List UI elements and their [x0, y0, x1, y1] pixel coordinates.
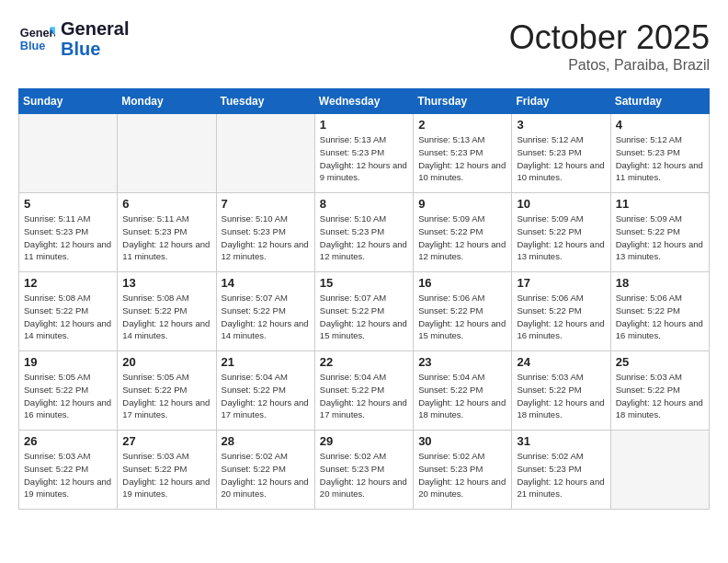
calendar-cell: 15Sunrise: 5:07 AM Sunset: 5:22 PM Dayli…	[314, 272, 413, 351]
day-number: 3	[517, 118, 605, 132]
calendar-cell: 27Sunrise: 5:03 AM Sunset: 5:22 PM Dayli…	[118, 431, 216, 510]
day-number: 20	[122, 355, 210, 369]
day-number: 26	[24, 434, 112, 448]
calendar-cell: 4Sunrise: 5:12 AM Sunset: 5:23 PM Daylig…	[610, 114, 709, 193]
day-info: Sunrise: 5:05 AM Sunset: 5:22 PM Dayligh…	[122, 371, 210, 421]
calendar-cell: 18Sunrise: 5:06 AM Sunset: 5:22 PM Dayli…	[610, 272, 709, 351]
calendar-cell: 31Sunrise: 5:02 AM Sunset: 5:23 PM Dayli…	[512, 431, 610, 510]
day-number: 31	[517, 434, 605, 448]
day-info: Sunrise: 5:08 AM Sunset: 5:22 PM Dayligh…	[24, 292, 112, 342]
weekday-header-row: Sunday Monday Tuesday Wednesday Thursday…	[19, 89, 710, 114]
day-info: Sunrise: 5:05 AM Sunset: 5:22 PM Dayligh…	[24, 371, 112, 421]
day-number: 25	[616, 355, 704, 369]
day-info: Sunrise: 5:08 AM Sunset: 5:22 PM Dayligh…	[122, 292, 210, 342]
day-info: Sunrise: 5:09 AM Sunset: 5:22 PM Dayligh…	[418, 213, 506, 263]
day-info: Sunrise: 5:04 AM Sunset: 5:22 PM Dayligh…	[320, 371, 408, 421]
calendar-cell: 16Sunrise: 5:06 AM Sunset: 5:22 PM Dayli…	[414, 272, 512, 351]
day-info: Sunrise: 5:10 AM Sunset: 5:23 PM Dayligh…	[222, 213, 310, 263]
svg-text:Blue: Blue	[20, 39, 46, 52]
calendar-cell: 24Sunrise: 5:03 AM Sunset: 5:22 PM Dayli…	[512, 351, 610, 431]
day-number: 1	[320, 118, 408, 132]
day-number: 8	[320, 197, 408, 211]
calendar-cell	[216, 114, 314, 193]
day-number: 18	[616, 276, 704, 290]
week-row-3: 12Sunrise: 5:08 AM Sunset: 5:22 PM Dayli…	[19, 272, 710, 351]
day-info: Sunrise: 5:03 AM Sunset: 5:22 PM Dayligh…	[517, 371, 605, 421]
day-number: 4	[616, 118, 704, 132]
header-sunday: Sunday	[19, 89, 118, 114]
calendar: Sunday Monday Tuesday Wednesday Thursday…	[18, 88, 710, 510]
calendar-cell: 25Sunrise: 5:03 AM Sunset: 5:22 PM Dayli…	[610, 351, 709, 431]
calendar-cell: 12Sunrise: 5:08 AM Sunset: 5:22 PM Dayli…	[19, 272, 118, 351]
week-row-5: 26Sunrise: 5:03 AM Sunset: 5:22 PM Dayli…	[19, 431, 710, 510]
day-info: Sunrise: 5:03 AM Sunset: 5:22 PM Dayligh…	[122, 450, 210, 500]
day-info: Sunrise: 5:12 AM Sunset: 5:23 PM Dayligh…	[616, 133, 704, 184]
day-number: 15	[320, 276, 408, 290]
calendar-cell: 14Sunrise: 5:07 AM Sunset: 5:22 PM Dayli…	[216, 272, 314, 351]
day-info: Sunrise: 5:03 AM Sunset: 5:22 PM Dayligh…	[24, 450, 112, 500]
header-thursday: Thursday	[414, 89, 512, 114]
page: General Blue General Blue October 2025 P…	[0, 0, 728, 519]
calendar-cell: 9Sunrise: 5:09 AM Sunset: 5:22 PM Daylig…	[414, 193, 512, 272]
day-number: 27	[122, 434, 210, 448]
day-number: 28	[222, 434, 310, 448]
calendar-cell: 17Sunrise: 5:06 AM Sunset: 5:22 PM Dayli…	[512, 272, 610, 351]
header-friday: Friday	[512, 89, 610, 114]
day-number: 5	[24, 197, 112, 211]
calendar-cell: 3Sunrise: 5:12 AM Sunset: 5:23 PM Daylig…	[512, 114, 610, 193]
calendar-cell: 10Sunrise: 5:09 AM Sunset: 5:22 PM Dayli…	[512, 193, 610, 272]
day-number: 19	[24, 355, 112, 369]
day-number: 6	[122, 197, 210, 211]
header-saturday: Saturday	[610, 89, 709, 114]
day-number: 2	[418, 118, 506, 132]
header: General Blue General Blue October 2025 P…	[18, 18, 710, 74]
day-number: 10	[517, 197, 605, 211]
logo-icon: General Blue	[18, 20, 55, 57]
day-info: Sunrise: 5:07 AM Sunset: 5:22 PM Dayligh…	[222, 292, 310, 342]
calendar-cell: 11Sunrise: 5:09 AM Sunset: 5:22 PM Dayli…	[610, 193, 709, 272]
day-number: 12	[24, 276, 112, 290]
day-info: Sunrise: 5:06 AM Sunset: 5:22 PM Dayligh…	[517, 292, 605, 342]
calendar-cell	[118, 114, 216, 193]
location: Patos, Paraiba, Brazil	[509, 57, 710, 74]
day-number: 13	[122, 276, 210, 290]
calendar-cell: 13Sunrise: 5:08 AM Sunset: 5:22 PM Dayli…	[118, 272, 216, 351]
day-info: Sunrise: 5:13 AM Sunset: 5:23 PM Dayligh…	[418, 133, 506, 184]
day-number: 29	[320, 434, 408, 448]
calendar-cell: 5Sunrise: 5:11 AM Sunset: 5:23 PM Daylig…	[19, 193, 118, 272]
day-info: Sunrise: 5:09 AM Sunset: 5:22 PM Dayligh…	[616, 213, 704, 263]
day-info: Sunrise: 5:11 AM Sunset: 5:23 PM Dayligh…	[24, 213, 112, 263]
header-monday: Monday	[118, 89, 216, 114]
day-info: Sunrise: 5:11 AM Sunset: 5:23 PM Dayligh…	[122, 213, 210, 263]
header-wednesday: Wednesday	[314, 89, 413, 114]
month-title: October 2025	[509, 18, 710, 57]
day-info: Sunrise: 5:04 AM Sunset: 5:22 PM Dayligh…	[418, 371, 506, 421]
calendar-cell: 7Sunrise: 5:10 AM Sunset: 5:23 PM Daylig…	[216, 193, 314, 272]
calendar-cell	[610, 431, 709, 510]
day-info: Sunrise: 5:12 AM Sunset: 5:23 PM Dayligh…	[517, 133, 605, 184]
calendar-cell: 21Sunrise: 5:04 AM Sunset: 5:22 PM Dayli…	[216, 351, 314, 431]
day-info: Sunrise: 5:02 AM Sunset: 5:23 PM Dayligh…	[517, 450, 605, 500]
day-info: Sunrise: 5:09 AM Sunset: 5:22 PM Dayligh…	[517, 213, 605, 263]
calendar-cell: 26Sunrise: 5:03 AM Sunset: 5:22 PM Dayli…	[19, 431, 118, 510]
week-row-4: 19Sunrise: 5:05 AM Sunset: 5:22 PM Dayli…	[19, 351, 710, 431]
day-info: Sunrise: 5:04 AM Sunset: 5:22 PM Dayligh…	[222, 371, 310, 421]
calendar-cell: 22Sunrise: 5:04 AM Sunset: 5:22 PM Dayli…	[314, 351, 413, 431]
day-info: Sunrise: 5:02 AM Sunset: 5:23 PM Dayligh…	[418, 450, 506, 500]
day-number: 24	[517, 355, 605, 369]
day-info: Sunrise: 5:02 AM Sunset: 5:22 PM Dayligh…	[222, 450, 310, 500]
day-info: Sunrise: 5:06 AM Sunset: 5:22 PM Dayligh…	[616, 292, 704, 342]
logo-text: General Blue	[61, 18, 129, 59]
day-number: 9	[418, 197, 506, 211]
day-number: 22	[320, 355, 408, 369]
calendar-cell	[19, 114, 118, 193]
day-info: Sunrise: 5:06 AM Sunset: 5:22 PM Dayligh…	[418, 292, 506, 342]
day-number: 23	[418, 355, 506, 369]
header-tuesday: Tuesday	[216, 89, 314, 114]
day-number: 21	[222, 355, 310, 369]
calendar-cell: 29Sunrise: 5:02 AM Sunset: 5:23 PM Dayli…	[314, 431, 413, 510]
day-number: 7	[222, 197, 310, 211]
logo: General Blue General Blue	[18, 18, 129, 59]
week-row-2: 5Sunrise: 5:11 AM Sunset: 5:23 PM Daylig…	[19, 193, 710, 272]
calendar-cell: 20Sunrise: 5:05 AM Sunset: 5:22 PM Dayli…	[118, 351, 216, 431]
